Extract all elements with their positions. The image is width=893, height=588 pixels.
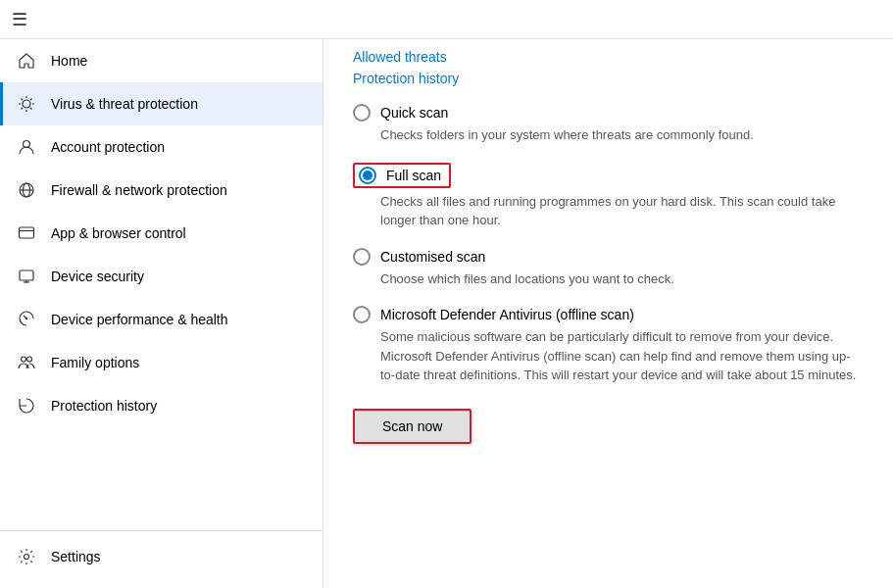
virus-icon bbox=[16, 93, 37, 115]
svg-point-18 bbox=[25, 318, 27, 319]
firewall-icon bbox=[16, 179, 37, 201]
sidebar-item-device-performance[interactable]: Device performance & health bbox=[0, 298, 322, 341]
sidebar-item-home[interactable]: Home bbox=[0, 39, 322, 82]
sidebar-item-family[interactable]: Family options bbox=[0, 341, 322, 384]
protection-history-link[interactable]: Protection history bbox=[353, 71, 864, 86]
account-icon bbox=[16, 136, 37, 158]
quick-scan-desc: Checks folders in your system where thre… bbox=[353, 125, 864, 145]
scan-option-offline-header[interactable]: Microsoft Defender Antivirus (offline sc… bbox=[353, 306, 864, 323]
full-scan-desc: Checks all files and running programmes … bbox=[353, 192, 864, 230]
sidebar-item-home-label: Home bbox=[51, 53, 87, 69]
svg-line-7 bbox=[30, 99, 32, 101]
scan-option-full-header[interactable]: Full scan bbox=[353, 163, 864, 188]
scan-option-quick-header[interactable]: Quick scan bbox=[353, 104, 864, 122]
svg-line-6 bbox=[30, 108, 32, 110]
scan-option-full: Full scan Checks all files and running p… bbox=[353, 163, 864, 230]
sidebar-item-virus-label: Virus & threat protection bbox=[51, 96, 198, 112]
full-scan-radio[interactable] bbox=[359, 167, 376, 184]
sidebar-item-virus[interactable]: Virus & threat protection bbox=[0, 82, 322, 125]
svg-point-20 bbox=[27, 357, 32, 362]
svg-point-0 bbox=[23, 100, 30, 108]
sidebar: Home Virus & threat protection bbox=[0, 39, 323, 588]
svg-rect-15 bbox=[20, 270, 33, 280]
allowed-threats-link[interactable]: Allowed threats bbox=[353, 49, 864, 65]
svg-line-8 bbox=[22, 108, 24, 110]
sidebar-item-app-browser-label: App & browser control bbox=[51, 225, 186, 241]
offline-scan-desc: Some malicious software can be particula… bbox=[353, 327, 864, 385]
hamburger-icon[interactable]: ☰ bbox=[12, 9, 27, 30]
sidebar-item-account-label: Account protection bbox=[51, 139, 165, 155]
scan-option-quick: Quick scan Checks folders in your system… bbox=[353, 104, 864, 145]
svg-rect-13 bbox=[20, 227, 34, 238]
scan-now-wrapper: Scan now bbox=[353, 409, 864, 444]
sidebar-item-device-security-label: Device security bbox=[51, 269, 144, 284]
settings-icon bbox=[16, 546, 37, 567]
sidebar-item-protection-history-label: Protection history bbox=[51, 398, 157, 414]
sidebar-item-settings[interactable]: Settings bbox=[0, 535, 322, 578]
quick-scan-label: Quick scan bbox=[380, 105, 448, 121]
sidebar-item-app-browser[interactable]: App & browser control bbox=[0, 212, 322, 255]
sidebar-bottom: Settings bbox=[0, 530, 322, 578]
sidebar-item-protection-history[interactable]: Protection history bbox=[0, 384, 322, 427]
sidebar-item-firewall-label: Firewall & network protection bbox=[51, 182, 227, 198]
home-icon bbox=[16, 50, 37, 72]
sidebar-item-account[interactable]: Account protection bbox=[0, 125, 322, 169]
sidebar-item-family-label: Family options bbox=[51, 355, 139, 370]
custom-scan-label: Customised scan bbox=[380, 249, 485, 265]
quick-scan-radio[interactable] bbox=[353, 104, 371, 122]
scan-options: Quick scan Checks folders in your system… bbox=[353, 104, 864, 385]
svg-point-21 bbox=[25, 555, 29, 560]
device-performance-icon bbox=[16, 309, 37, 330]
content-area: Allowed threats Protection history Quick… bbox=[323, 39, 893, 588]
scan-option-custom: Customised scan Choose which files and l… bbox=[353, 248, 864, 289]
custom-scan-desc: Choose which files and locations you wan… bbox=[353, 270, 864, 289]
custom-scan-radio[interactable] bbox=[353, 248, 371, 266]
full-scan-radio-wrapper[interactable]: Full scan bbox=[353, 163, 451, 188]
svg-point-19 bbox=[22, 357, 26, 362]
full-scan-label: Full scan bbox=[386, 168, 441, 183]
app-browser-icon bbox=[16, 222, 37, 244]
scan-option-custom-header[interactable]: Customised scan bbox=[353, 248, 864, 266]
top-bar: ☰ bbox=[0, 0, 893, 39]
protection-history-icon bbox=[16, 395, 37, 416]
offline-scan-radio[interactable] bbox=[353, 306, 371, 323]
sidebar-item-device-performance-label: Device performance & health bbox=[51, 312, 228, 327]
main-layout: Home Virus & threat protection bbox=[0, 39, 893, 588]
offline-scan-label: Microsoft Defender Antivirus (offline sc… bbox=[380, 307, 634, 322]
svg-line-5 bbox=[22, 99, 24, 101]
sidebar-item-settings-label: Settings bbox=[51, 549, 101, 564]
family-icon bbox=[16, 352, 37, 373]
scan-option-offline: Microsoft Defender Antivirus (offline sc… bbox=[353, 306, 864, 385]
device-security-icon bbox=[16, 266, 37, 287]
sidebar-item-device-security[interactable]: Device security bbox=[0, 255, 322, 298]
scan-now-button[interactable]: Scan now bbox=[353, 409, 471, 444]
sidebar-item-firewall[interactable]: Firewall & network protection bbox=[0, 169, 322, 212]
